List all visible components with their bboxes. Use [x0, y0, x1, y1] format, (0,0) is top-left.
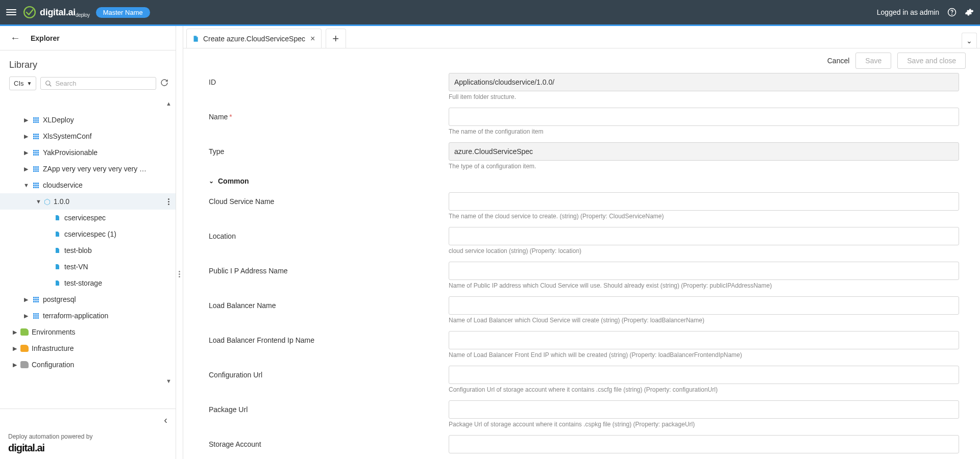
tree-item-label: ZApp very very very very very … — [43, 165, 146, 173]
tree-item-label: YakProvisionable — [43, 148, 97, 157]
footer-poweredby: Deploy automation powered by — [8, 433, 167, 440]
collapse-sidebar-icon[interactable]: ‹ — [164, 414, 167, 426]
sidebar: ← Explorer Library CIs▼ ▲▶XLDeploy▶XlsSy… — [0, 26, 176, 459]
field-input-4[interactable] — [449, 331, 959, 349]
search-icon — [45, 80, 52, 87]
tree-item-label: Configuration — [32, 361, 74, 369]
tree-item-label: postgresql — [43, 295, 76, 303]
field-label: Location — [209, 227, 438, 240]
tree-version-item[interactable]: ▼⬡1.0.0 — [0, 193, 176, 210]
explorer-title: Explorer — [31, 34, 60, 42]
help-icon[interactable] — [947, 8, 957, 17]
tree-item[interactable]: ▶YakProvisionable — [0, 144, 176, 161]
id-help: Full item folder structure. — [449, 93, 959, 100]
field-input-5[interactable] — [449, 366, 959, 384]
name-help: The name of the configuration item — [449, 128, 959, 135]
field-input-2[interactable] — [449, 262, 959, 280]
close-tab-icon[interactable]: × — [309, 34, 316, 43]
refresh-icon[interactable] — [160, 79, 169, 89]
login-status-text: Logged in as admin — [877, 8, 939, 16]
explorer-header: ← Explorer — [0, 26, 176, 50]
svg-point-2 — [952, 14, 952, 14]
tree-item[interactable]: ▶terraform-application — [0, 308, 176, 324]
tree-child-item[interactable]: cservicespec — [0, 210, 176, 226]
tree-item-label: cservicespec — [64, 214, 106, 222]
tree-child-item[interactable]: test-storage — [0, 275, 176, 291]
root-icon — [20, 361, 29, 369]
form-area: ID Full item folder structure. Name* The… — [183, 73, 980, 459]
tab-label: Create azure.CloudServiceSpec — [203, 35, 305, 43]
tree-item-label: terraform-application — [43, 312, 108, 320]
tree-item-label: XlsSystemConf — [43, 132, 92, 140]
svg-point-3 — [46, 81, 50, 85]
tree-child-item[interactable]: test-VN — [0, 259, 176, 275]
field-help: Configuration Url of storage account whe… — [449, 386, 959, 393]
tree-item-label: 1.0.0 — [54, 197, 69, 206]
field-label: Package Url — [209, 400, 438, 414]
field-input-0[interactable] — [449, 192, 959, 211]
save-and-close-button[interactable]: Save and close — [897, 53, 966, 69]
tree-item-label: test-blob — [64, 246, 92, 254]
file-icon — [53, 214, 61, 222]
tree-root-item[interactable]: ▶Configuration — [0, 356, 176, 373]
tree-root-item[interactable]: ▶Infrastructure — [0, 340, 176, 356]
add-tab-button[interactable]: + — [326, 29, 346, 48]
tree-child-item[interactable]: cservicespec (1) — [0, 226, 176, 242]
cancel-button[interactable]: Cancel — [827, 57, 850, 65]
chevron-down-icon: ⌄ — [209, 177, 214, 185]
tree-scroll-up[interactable]: ▲ — [0, 95, 176, 112]
field-help: cloud service location (string) (Propert… — [449, 247, 959, 254]
svg-line-4 — [50, 84, 52, 86]
ci-type-dropdown[interactable]: CIs▼ — [9, 76, 36, 90]
field-input-3[interactable] — [449, 296, 959, 315]
tab-create-ci[interactable]: Create azure.CloudServiceSpec × — [186, 29, 322, 48]
tree-item[interactable]: ▶postgresql — [0, 291, 176, 308]
tree-item-label: cservicespec (1) — [64, 230, 116, 238]
panel-drag-rail[interactable] — [176, 26, 183, 459]
field-label: Load Balancer Frontend Ip Name — [209, 331, 438, 344]
field-label: Storage Account — [209, 435, 438, 448]
back-arrow-icon[interactable]: ← — [10, 32, 20, 44]
gear-icon[interactable] — [965, 8, 974, 17]
tree-item-label: test-VN — [64, 263, 88, 271]
kebab-menu-icon[interactable] — [166, 196, 172, 207]
tree-child-item[interactable]: test-blob — [0, 242, 176, 259]
footer-brand: digital.ai — [8, 442, 167, 454]
field-label: Load Balancer Name — [209, 296, 438, 310]
tree-item-label: test-storage — [64, 279, 102, 287]
root-icon — [20, 328, 29, 336]
save-button[interactable]: Save — [855, 53, 891, 69]
field-help: The name of the cloud service to create.… — [449, 213, 959, 220]
tabstrip-overflow-icon[interactable]: ⌄ — [962, 33, 977, 48]
field-label: Configuration Url — [209, 366, 438, 379]
field-input-7[interactable] — [449, 435, 959, 453]
tree-root-item[interactable]: ▶Environments — [0, 324, 176, 340]
id-field — [449, 73, 959, 91]
hamburger-menu-icon[interactable] — [6, 9, 16, 15]
tree-item[interactable]: ▼cloudservice — [0, 177, 176, 193]
name-field[interactable] — [449, 108, 959, 126]
search-input-wrap — [40, 77, 156, 90]
tree-item[interactable]: ▶ZApp very very very very very … — [0, 161, 176, 177]
field-input-1[interactable] — [449, 227, 959, 245]
form-actionbar: Cancel Save Save and close — [183, 48, 980, 73]
section-common-toggle[interactable]: ⌄ Common — [209, 177, 966, 185]
tree-item-label: Environments — [32, 328, 76, 336]
file-icon — [53, 279, 61, 287]
tree-item-label: Infrastructure — [32, 344, 74, 352]
tree-item[interactable]: ▶XLDeploy — [0, 112, 176, 128]
tree-item[interactable]: ▶XlsSystemConf — [0, 128, 176, 144]
ci-tree: ▲▶XLDeploy▶XlsSystemConf▶YakProvisionabl… — [0, 95, 176, 409]
svg-point-0 — [24, 7, 35, 18]
search-input[interactable] — [55, 80, 152, 87]
id-label: ID — [209, 73, 438, 86]
tree-scroll-down[interactable]: ▼ — [0, 373, 176, 389]
environment-pill[interactable]: Master Name — [96, 7, 150, 18]
file-icon — [53, 246, 61, 254]
brand-mark-icon — [22, 5, 37, 19]
topbar: digital.aideploy Master Name Logged in a… — [0, 0, 980, 24]
field-label: Public I P Address Name — [209, 262, 438, 275]
file-icon — [53, 263, 61, 271]
type-help: The type of a configuration item. — [449, 163, 959, 170]
field-input-6[interactable] — [449, 400, 959, 419]
